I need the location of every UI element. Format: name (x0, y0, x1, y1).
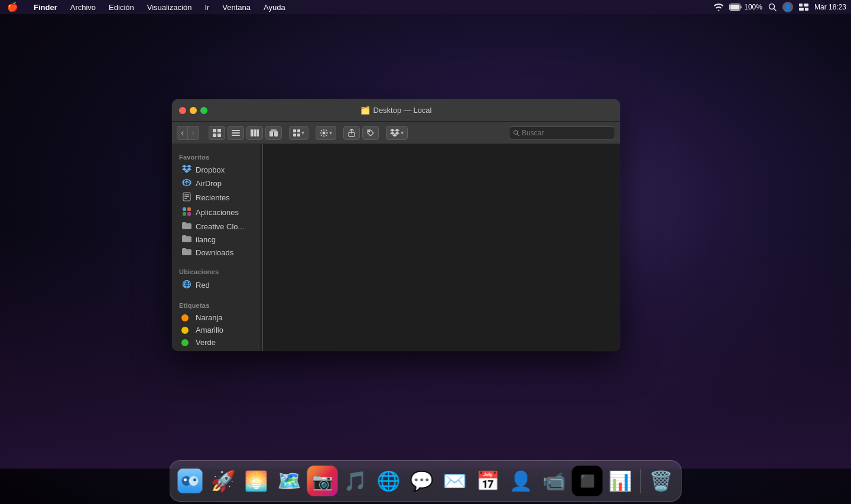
sidebar-item-airdrop[interactable]: AirDrop (174, 177, 258, 190)
menubar-time: Mar 18:23 (814, 3, 846, 11)
minimize-button[interactable] (190, 107, 197, 114)
tag-amarillo-icon (181, 327, 192, 334)
gallery-view-button[interactable]: ▾ (289, 126, 308, 140)
sidebar-item-red[interactable]: Red (174, 278, 258, 292)
menu-ir[interactable]: Ir (202, 3, 212, 12)
svg-line-30 (517, 134, 519, 135)
menu-edicion[interactable]: Edición (106, 3, 137, 12)
file-area[interactable] (263, 144, 620, 351)
sidebar-section-etiquetas: Etiquetas (172, 297, 260, 311)
svg-rect-10 (217, 129, 221, 132)
svg-rect-7 (799, 8, 804, 11)
sidebar-item-amarillo[interactable]: Amarillo (174, 324, 258, 336)
dock-trash[interactable]: 🗑️ (646, 466, 677, 496)
dock-contacts[interactable]: 👤 (506, 466, 537, 496)
svg-rect-19 (269, 131, 273, 136)
dock-facetime[interactable]: 📹 (539, 466, 570, 496)
tag-verde-icon (181, 339, 192, 346)
menubar: 🍎 Finder Archivo Edición Visualización I… (0, 0, 851, 14)
sidebar-label-azul: Azul (196, 350, 210, 351)
app-name[interactable]: Finder (31, 3, 60, 12)
dock-calendar[interactable]: 📅 (473, 466, 504, 496)
nav-forward-button[interactable]: › (188, 126, 199, 140)
aplicaciones-icon (181, 207, 192, 218)
folder-ilancg-icon (181, 235, 192, 244)
battery-indicator: 100% (729, 3, 762, 11)
traffic-lights (179, 107, 207, 114)
menu-ventana[interactable]: Ventana (220, 3, 253, 12)
svg-rect-24 (293, 134, 296, 136)
view-icon-button[interactable] (209, 126, 225, 140)
dropbox-button[interactable]: ▾ (386, 126, 408, 140)
apple-menu[interactable]: 🍎 (5, 2, 21, 12)
menu-visualizacion[interactable]: Visualización (145, 3, 194, 12)
svg-point-29 (514, 130, 517, 134)
sidebar-item-recientes[interactable]: Recientes (174, 190, 258, 205)
svg-rect-34 (184, 196, 189, 197)
settings-button[interactable]: ▾ (316, 126, 336, 140)
tag-button[interactable] (362, 126, 379, 140)
dock-safari[interactable]: 🌐 (373, 466, 404, 496)
dock-finder[interactable] (175, 466, 206, 496)
svg-rect-8 (805, 8, 808, 11)
sidebar-section-ubicaciones: Ubicaciones (172, 264, 260, 278)
maximize-button[interactable] (200, 107, 207, 114)
svg-rect-15 (232, 135, 240, 136)
dock-instagram[interactable]: 📷 (307, 466, 338, 496)
sidebar-item-naranja[interactable]: Naranja (174, 311, 258, 324)
user-avatar[interactable]: 👤 (782, 2, 793, 12)
dock-activity[interactable]: 📊 (605, 466, 636, 496)
sidebar-section-favoritos: Favoritos (172, 149, 260, 163)
sidebar-label-ilancg: ilancg (196, 235, 216, 244)
sidebar-item-creative-cloud[interactable]: Creative Clo... (174, 220, 258, 233)
dock-messages[interactable]: 💬 (407, 466, 437, 496)
svg-rect-18 (256, 129, 259, 136)
svg-rect-39 (187, 212, 191, 216)
svg-point-48 (189, 476, 199, 486)
window-title-text: Desktop — Local (373, 106, 432, 115)
svg-rect-20 (274, 131, 278, 136)
sidebar-label-creative-cloud: Creative Clo... (196, 222, 244, 231)
airdrop-icon (181, 178, 192, 188)
recientes-icon (181, 192, 192, 203)
folder-creative-icon (181, 222, 192, 231)
svg-point-26 (322, 131, 325, 134)
svg-rect-5 (799, 4, 803, 6)
menubar-right: 100% 👤 Mar 18:23 (714, 2, 846, 12)
view-list-button[interactable] (228, 126, 244, 140)
dock-launchpad[interactable]: 🚀 (208, 466, 239, 496)
svg-rect-9 (213, 129, 216, 132)
sidebar-item-dropbox[interactable]: Dropbox (174, 163, 258, 177)
search-box[interactable] (509, 126, 615, 139)
svg-rect-33 (184, 194, 189, 196)
sidebar-label-dropbox: Dropbox (196, 165, 225, 174)
menu-archivo[interactable]: Archivo (68, 3, 98, 12)
sidebar-item-ilancg[interactable]: ilancg (174, 233, 258, 246)
nav-back-button[interactable]: ‹ (177, 126, 188, 140)
sidebar-item-aplicaciones[interactable]: Aplicaciones (174, 205, 258, 220)
menu-ayuda[interactable]: Ayuda (261, 3, 288, 12)
dock-maps[interactable]: 🗺️ (274, 466, 305, 496)
dock-photos[interactable]: 🌅 (241, 466, 272, 496)
dock-itunes[interactable]: 🎵 (340, 466, 371, 496)
sidebar-item-azul[interactable]: Azul (174, 349, 258, 351)
sidebar-label-downloads: Downloads (196, 248, 233, 257)
share-button[interactable] (343, 126, 360, 140)
sidebar-item-downloads[interactable]: Downloads (174, 246, 258, 259)
tag-naranja-icon (181, 314, 192, 321)
search-menubar-icon[interactable] (768, 3, 777, 11)
sidebar-item-verde[interactable]: Verde (174, 336, 258, 349)
title-bar: 🗂️ Desktop — Local (172, 99, 620, 122)
dock: 🚀 🌅 🗺️ 📷 🎵 🌐 💬 ✉️ 📅 👤 📹 ⬛ 📊 🗑️ (170, 460, 682, 502)
view-column-button[interactable] (246, 126, 263, 140)
svg-point-49 (184, 479, 187, 482)
sidebar-label-amarillo: Amarillo (196, 326, 223, 334)
control-center-icon[interactable] (799, 4, 808, 11)
dock-terminal[interactable]: ⬛ (572, 466, 603, 496)
svg-rect-23 (297, 129, 300, 132)
search-input[interactable] (522, 129, 611, 137)
svg-point-50 (193, 479, 196, 482)
close-button[interactable] (179, 107, 186, 114)
dock-mail[interactable]: ✉️ (440, 466, 470, 496)
view-cover-button[interactable] (265, 126, 282, 140)
